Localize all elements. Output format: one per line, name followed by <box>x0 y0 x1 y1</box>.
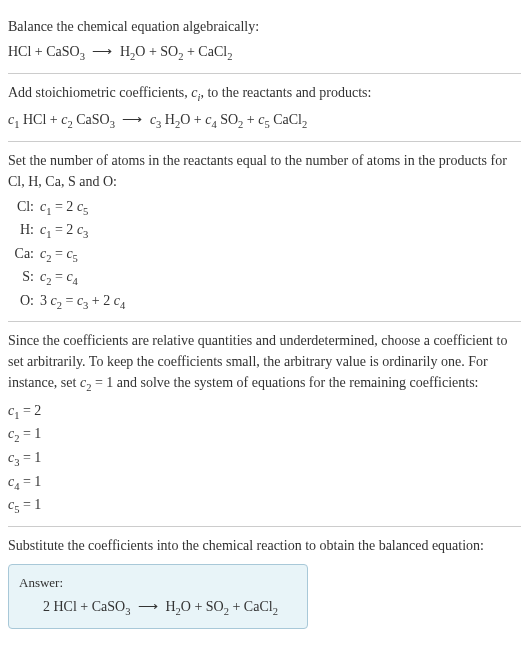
atom-row-cl: Cl: c1 = 2 c5 <box>12 196 521 220</box>
subscript: 5 <box>83 205 88 216</box>
eq-text: = 2 <box>51 222 76 237</box>
initial-equation: HCl + CaSO3 ⟶ H2O + SO2 + CaCl2 <box>8 41 521 65</box>
answer-box: Answer: 2 HCl + CaSO3 ⟶ H2O + SO2 + CaCl… <box>8 564 308 629</box>
arrow-icon: ⟶ <box>134 599 162 614</box>
subscript: 3 <box>83 229 88 240</box>
atom-row-s: S: c2 = c4 <box>12 266 521 290</box>
eq-text: H <box>120 44 130 59</box>
section-problem: Balance the chemical equation algebraica… <box>8 8 521 74</box>
eq-text: O + <box>180 112 205 127</box>
atom-equation: c1 = 2 c5 <box>40 196 521 220</box>
coef-value: = 1 <box>19 426 41 441</box>
atom-equation: 3 c2 = c3 + 2 c4 <box>40 290 521 314</box>
atom-row-o: O: 3 c2 = c3 + 2 c4 <box>12 290 521 314</box>
subscript: 2 <box>227 51 232 62</box>
coef-value: = 1 <box>19 497 41 512</box>
atom-equation: c2 = c5 <box>40 243 521 267</box>
atom-equations: Cl: c1 = 2 c5 H: c1 = 2 c3 Ca: c2 = c5 S… <box>12 196 521 314</box>
eq-text: CaSO <box>73 112 110 127</box>
subscript: 2 <box>273 606 278 617</box>
eq-text: = <box>51 246 66 261</box>
answer-label: Answer: <box>19 573 297 593</box>
atom-equation: c2 = c4 <box>40 266 521 290</box>
atom-row-h: H: c1 = 2 c3 <box>12 219 521 243</box>
coef-row: c3 = 1 <box>8 447 521 471</box>
eq-text: = 2 <box>51 199 76 214</box>
eq-text: SO <box>217 112 238 127</box>
coef-value: = 1 <box>19 474 41 489</box>
subscript: 3 <box>125 606 130 617</box>
atoms-title: Set the number of atoms in the reactants… <box>8 150 521 192</box>
section-coefficients: Add stoichiometric coefficients, ci, to … <box>8 74 521 142</box>
eq-text: HCl + CaSO <box>8 44 80 59</box>
eq-text: HCl + <box>19 112 61 127</box>
eq-text: = <box>51 269 66 284</box>
eq-text: + CaCl <box>183 44 227 59</box>
eq-text: 3 <box>40 293 51 308</box>
eq-text: + CaCl <box>229 599 273 614</box>
atom-label: S: <box>12 266 40 290</box>
coef-value: = 1 <box>19 450 41 465</box>
subscript: 4 <box>73 276 78 287</box>
subscript: 3 <box>110 119 115 130</box>
problem-title: Balance the chemical equation algebraica… <box>8 16 521 37</box>
coefficient-equation: c1 HCl + c2 CaSO3 ⟶ c3 H2O + c4 SO2 + c5… <box>8 109 521 133</box>
eq-text: H <box>161 112 175 127</box>
subscript: 2 <box>302 119 307 130</box>
subscript: 5 <box>73 253 78 264</box>
eq-text: O + SO <box>181 599 224 614</box>
atom-row-ca: Ca: c2 = c5 <box>12 243 521 267</box>
coef-row: c5 = 1 <box>8 494 521 518</box>
coef-value: = 2 <box>19 403 41 418</box>
coef-row: c2 = 1 <box>8 423 521 447</box>
eq-text: + <box>243 112 258 127</box>
eq-text: 2 HCl + CaSO <box>43 599 125 614</box>
title-text: = 1 and solve the system of equations fo… <box>91 375 478 390</box>
eq-text: CaCl <box>270 112 302 127</box>
subscript: 4 <box>120 300 125 311</box>
eq-text: H <box>165 599 175 614</box>
atom-label: O: <box>12 290 40 314</box>
eq-text: = <box>62 293 77 308</box>
subscript: 3 <box>80 51 85 62</box>
coef-row: c4 = 1 <box>8 471 521 495</box>
title-text: Add stoichiometric coefficients, <box>8 85 191 100</box>
arrow-icon: ⟶ <box>118 112 146 127</box>
arrow-icon: ⟶ <box>88 44 116 59</box>
balanced-equation: 2 HCl + CaSO3 ⟶ H2O + SO2 + CaCl2 <box>19 596 297 620</box>
atom-label: H: <box>12 219 40 243</box>
coefficients-title: Add stoichiometric coefficients, ci, to … <box>8 82 521 106</box>
answer-title: Substitute the coefficients into the che… <box>8 535 521 556</box>
section-atoms: Set the number of atoms in the reactants… <box>8 142 521 323</box>
title-text: , to the reactants and products: <box>200 85 371 100</box>
atom-label: Cl: <box>12 196 40 220</box>
section-solve: Since the coefficients are relative quan… <box>8 322 521 526</box>
atom-label: Ca: <box>12 243 40 267</box>
eq-text: O + SO <box>135 44 178 59</box>
section-answer: Substitute the coefficients into the che… <box>8 527 521 637</box>
coefficient-list: c1 = 2 c2 = 1 c3 = 1 c4 = 1 c5 = 1 <box>8 400 521 518</box>
eq-text: + 2 <box>88 293 113 308</box>
solve-title: Since the coefficients are relative quan… <box>8 330 521 396</box>
coef-row: c1 = 2 <box>8 400 521 424</box>
atom-equation: c1 = 2 c3 <box>40 219 521 243</box>
